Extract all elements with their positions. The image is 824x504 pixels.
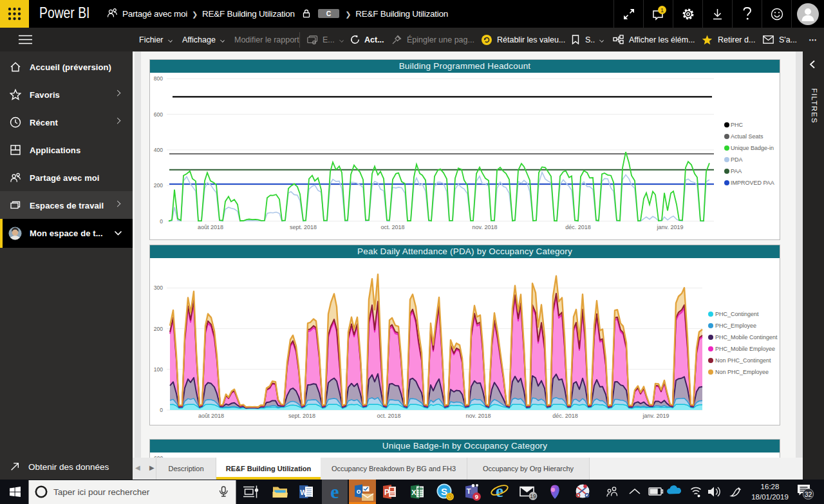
svg-text:août 2018: août 2018 bbox=[198, 413, 224, 419]
svg-text:Unique Badge-in: Unique Badge-in bbox=[731, 145, 774, 151]
svg-text:nov. 2018: nov. 2018 bbox=[473, 224, 498, 230]
svg-text:400: 400 bbox=[154, 147, 163, 153]
svg-text:o: o bbox=[357, 487, 361, 495]
svg-text:300: 300 bbox=[154, 285, 163, 291]
svg-text:PHC_Mobile Contingent: PHC_Mobile Contingent bbox=[715, 334, 778, 341]
svg-text:16:28: 16:28 bbox=[761, 483, 780, 490]
svg-text:nov. 2018: nov. 2018 bbox=[466, 413, 491, 419]
svg-text:août 2018: août 2018 bbox=[198, 224, 223, 230]
svg-text:déc. 2018: déc. 2018 bbox=[552, 413, 578, 419]
svg-text:sept. 2018: sept. 2018 bbox=[288, 413, 315, 419]
svg-text:déc. 2018: déc. 2018 bbox=[565, 224, 591, 230]
svg-text:Taper ici pour rechercher: Taper ici pour rechercher bbox=[53, 487, 150, 497]
svg-text:sept. 2018: sept. 2018 bbox=[290, 224, 317, 230]
svg-text:X: X bbox=[411, 489, 417, 496]
svg-text:19: 19 bbox=[530, 493, 536, 499]
svg-text:PHC_Contingent: PHC_Contingent bbox=[715, 311, 759, 317]
svg-text:IMPROVED PAA: IMPROVED PAA bbox=[731, 180, 774, 186]
svg-text:18/01/2019: 18/01/2019 bbox=[751, 493, 789, 501]
svg-text:800: 800 bbox=[154, 75, 163, 82]
svg-text:PHC_Mobile Employee: PHC_Mobile Employee bbox=[715, 346, 775, 352]
svg-text:W: W bbox=[300, 489, 307, 496]
svg-text:200: 200 bbox=[154, 182, 163, 189]
svg-text:9: 9 bbox=[475, 493, 478, 500]
svg-text:200: 200 bbox=[154, 326, 163, 332]
svg-text:32: 32 bbox=[805, 490, 812, 498]
svg-text:oct. 2018: oct. 2018 bbox=[377, 413, 400, 419]
svg-text:0: 0 bbox=[160, 407, 163, 413]
svg-text:100: 100 bbox=[154, 366, 163, 373]
svg-text:PHC: PHC bbox=[731, 122, 744, 128]
svg-text:P: P bbox=[384, 488, 389, 497]
svg-text:600: 600 bbox=[154, 111, 163, 118]
svg-text:1: 1 bbox=[660, 6, 663, 13]
svg-text:e: e bbox=[330, 481, 339, 502]
svg-text:janv. 2019: janv. 2019 bbox=[657, 224, 684, 230]
svg-text:janv. 2019: janv. 2019 bbox=[642, 413, 670, 419]
svg-text:Non PHC_Contingent: Non PHC_Contingent bbox=[715, 357, 771, 364]
svg-text:Actual Seats: Actual Seats bbox=[731, 133, 763, 140]
svg-text:0: 0 bbox=[160, 218, 163, 225]
svg-text:PHC_Employee: PHC_Employee bbox=[715, 322, 756, 329]
svg-text:e: e bbox=[496, 481, 503, 501]
svg-text:PAA: PAA bbox=[731, 168, 742, 174]
svg-text:oct. 2018: oct. 2018 bbox=[380, 224, 404, 230]
svg-text:T: T bbox=[467, 487, 471, 495]
svg-text:PDA: PDA bbox=[731, 156, 743, 163]
svg-text:Non PHC_Employee: Non PHC_Employee bbox=[715, 369, 769, 375]
